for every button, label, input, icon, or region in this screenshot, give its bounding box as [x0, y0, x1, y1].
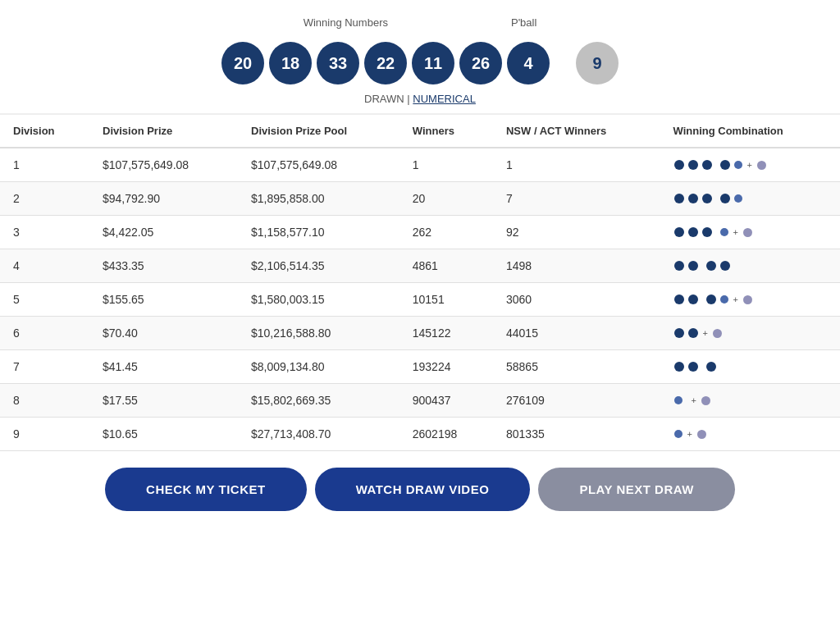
- play-next-draw-button[interactable]: PLAY NEXT DRAW: [538, 468, 735, 511]
- cell-division: 4: [0, 249, 89, 283]
- cell-combo: +: [660, 148, 840, 182]
- cell-prize: $94,792.90: [89, 182, 238, 216]
- watch-draw-button[interactable]: WATCH DRAW VIDEO: [315, 468, 531, 511]
- table-header-row: Division Division Prize Division Prize P…: [0, 115, 840, 148]
- cell-prize: $10.65: [89, 418, 238, 451]
- col-winning-combo: Winning Combination: [660, 115, 840, 148]
- cell-pool: $2,106,514.35: [238, 249, 399, 283]
- combo-dots-container: [673, 361, 827, 372]
- top-section: Winning Numbers P'ball 20 18 33 22 11 26…: [0, 0, 840, 115]
- cell-division: 6: [0, 317, 89, 350]
- cell-pool: $1,580,003.15: [238, 283, 399, 317]
- cell-division: 3: [0, 216, 89, 249]
- cell-winners: 10151: [399, 283, 493, 317]
- cell-nsw-act: 276109: [493, 384, 660, 418]
- cell-prize: $155.65: [89, 283, 238, 317]
- combo-dots-container: [673, 260, 827, 272]
- col-winners: Winners: [399, 115, 493, 148]
- winning-numbers-label: Winning Numbers: [304, 16, 388, 29]
- results-table: Division Division Prize Division Prize P…: [0, 115, 840, 451]
- powerball: 9: [576, 42, 619, 84]
- cell-combo: +: [660, 418, 840, 451]
- combo-dots-container: +: [673, 429, 827, 440]
- cell-combo: +: [660, 283, 840, 317]
- cell-division: 8: [0, 384, 89, 418]
- table-row: 7 $41.45 $8,009,134.80 193224 58865: [0, 350, 840, 384]
- cell-winners: 4861: [399, 249, 493, 283]
- table-row: 3 $4,422.05 $1,158,577.10 262 92 +: [0, 216, 840, 249]
- table-row: 9 $10.65 $27,713,408.70 2602198 801335 +: [0, 418, 840, 451]
- cell-prize: $17.55: [89, 384, 238, 418]
- cell-combo: +: [660, 216, 840, 249]
- combo-dots-container: +: [673, 395, 827, 406]
- cell-nsw-act: 801335: [493, 418, 660, 451]
- cell-pool: $27,713,408.70: [238, 418, 399, 451]
- drawn-row: DRAWN | NUMERICAL: [0, 93, 840, 105]
- cell-division: 1: [0, 148, 89, 182]
- cell-pool: $1,895,858.00: [238, 182, 399, 216]
- cell-winners: 193224: [399, 350, 493, 384]
- cell-winners: 262: [399, 216, 493, 249]
- table-row: 5 $155.65 $1,580,003.15 10151 3060 +: [0, 283, 840, 317]
- cell-nsw-act: 58865: [493, 350, 660, 384]
- col-division: Division: [0, 115, 89, 148]
- cell-nsw-act: 7: [493, 182, 660, 216]
- combo-dots-container: +: [673, 327, 827, 339]
- cell-nsw-act: 3060: [493, 283, 660, 317]
- ball-7: 4: [507, 42, 550, 84]
- cell-winners: 1: [399, 148, 493, 182]
- cell-division: 7: [0, 350, 89, 384]
- col-division-prize-pool: Division Prize Pool: [238, 115, 399, 148]
- cell-winners: 900437: [399, 384, 493, 418]
- cell-nsw-act: 1: [493, 148, 660, 182]
- ball-1: 20: [221, 42, 264, 84]
- ball-4: 22: [364, 42, 407, 84]
- table-container: Division Division Prize Division Prize P…: [0, 115, 840, 451]
- cell-prize: $433.35: [89, 249, 238, 283]
- button-row: CHECK MY TICKET WATCH DRAW VIDEO PLAY NE…: [0, 451, 840, 527]
- cell-combo: +: [660, 317, 840, 350]
- cell-nsw-act: 1498: [493, 249, 660, 283]
- cell-combo: +: [660, 384, 840, 418]
- cell-division: 5: [0, 283, 89, 317]
- col-nsw-act-winners: NSW / ACT Winners: [493, 115, 660, 148]
- cell-pool: $1,158,577.10: [238, 216, 399, 249]
- drawn-label: DRAWN: [364, 93, 404, 105]
- ball-5: 11: [412, 42, 454, 84]
- cell-combo: [660, 350, 840, 384]
- numerical-link[interactable]: NUMERICAL: [413, 93, 476, 105]
- cell-prize: $70.40: [89, 317, 238, 350]
- cell-nsw-act: 92: [493, 216, 660, 249]
- ball-2: 18: [269, 42, 312, 84]
- cell-combo: [660, 249, 840, 283]
- cell-winners: 2602198: [399, 418, 493, 451]
- cell-winners: 145122: [399, 317, 493, 350]
- table-row: 8 $17.55 $15,802,669.35 900437 276109 +: [0, 384, 840, 418]
- combo-dots-container: +: [673, 226, 827, 238]
- table-row: 4 $433.35 $2,106,514.35 4861 1498: [0, 249, 840, 283]
- ball-6: 26: [459, 42, 502, 84]
- table-row: 1 $107,575,649.08 $107,575,649.08 1 1 +: [0, 148, 840, 182]
- combo-dots-container: [673, 193, 827, 204]
- cell-nsw-act: 44015: [493, 317, 660, 350]
- combo-dots-container: +: [673, 159, 827, 171]
- table-row: 2 $94,792.90 $1,895,858.00 20 7: [0, 182, 840, 216]
- cell-prize: $107,575,649.08: [89, 148, 238, 182]
- cell-prize: $41.45: [89, 350, 238, 384]
- cell-pool: $15,802,669.35: [238, 384, 399, 418]
- cell-pool: $10,216,588.80: [238, 317, 399, 350]
- ball-3: 33: [317, 42, 359, 84]
- cell-winners: 20: [399, 182, 493, 216]
- cell-combo: [660, 182, 840, 216]
- check-ticket-button[interactable]: CHECK MY TICKET: [105, 468, 307, 511]
- cell-prize: $4,422.05: [89, 216, 238, 249]
- cell-division: 2: [0, 182, 89, 216]
- table-row: 6 $70.40 $10,216,588.80 145122 44015 +: [0, 317, 840, 350]
- numbers-row: 20 18 33 22 11 26 4 9: [0, 42, 840, 84]
- combo-dots-container: +: [673, 294, 827, 305]
- cell-pool: $107,575,649.08: [238, 148, 399, 182]
- cell-pool: $8,009,134.80: [238, 350, 399, 384]
- col-division-prize: Division Prize: [89, 115, 238, 148]
- cell-division: 9: [0, 418, 89, 451]
- pball-label: P'ball: [511, 16, 536, 29]
